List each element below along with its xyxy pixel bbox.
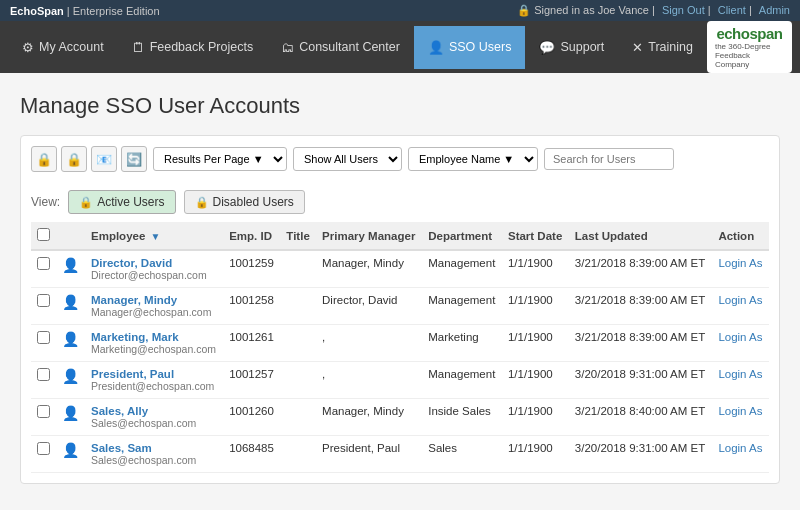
col-employee[interactable]: Employee ▼ (85, 222, 223, 250)
row-empid-2: 1001261 (223, 325, 280, 362)
user-avatar-icon-1: 👤 (62, 294, 79, 310)
row-department-4: Inside Sales (422, 399, 502, 436)
row-icon-4: 👤 (56, 399, 85, 436)
row-employee-2: Marketing, Mark Marketing@echospan.com (85, 325, 223, 362)
row-action-5[interactable]: Login As (712, 436, 769, 473)
table-row: 👤 Sales, Ally Sales@echospan.com 1001260… (31, 399, 769, 436)
row-empid-3: 1001257 (223, 362, 280, 399)
row-icon-1: 👤 (56, 288, 85, 325)
refresh-icon[interactable]: 🔄 (121, 146, 147, 172)
nav-training[interactable]: ✕ Training (618, 26, 707, 69)
employee-name-5: Sales, Sam (91, 442, 217, 454)
row-employee-3: President, Paul President@echospan.com (85, 362, 223, 399)
row-icon-3: 👤 (56, 362, 85, 399)
row-action-0[interactable]: Login As (712, 250, 769, 288)
row-action-3[interactable]: Login As (712, 362, 769, 399)
brand-area: EchoSpan | Enterprise Edition (10, 5, 160, 17)
top-header: EchoSpan | Enterprise Edition 🔒 Signed i… (0, 0, 800, 21)
login-as-link-1[interactable]: Login As (718, 294, 762, 306)
nav-sso-users[interactable]: 👤 SSO Users (414, 26, 526, 69)
employee-name-select[interactable]: Employee Name ▼ (408, 147, 538, 171)
row-lastupdated-5: 3/20/2018 9:31:00 AM ET (569, 436, 713, 473)
login-as-link-5[interactable]: Login As (718, 442, 762, 454)
row-title-0 (280, 250, 316, 288)
row-icon-5: 👤 (56, 436, 85, 473)
employee-name-2: Marketing, Mark (91, 331, 217, 343)
logo-sub: the 360-Degree Feedback Company (715, 42, 784, 69)
row-employee-4: Sales, Ally Sales@echospan.com (85, 399, 223, 436)
row-action-4[interactable]: Login As (712, 399, 769, 436)
disabled-lock-icon: 🔒 (195, 196, 209, 209)
nav-feedback-projects[interactable]: 🗒 Feedback Projects (118, 26, 268, 69)
login-as-link-0[interactable]: Login As (718, 257, 762, 269)
client-link[interactable]: Client (718, 4, 746, 16)
search-input[interactable] (544, 148, 674, 170)
results-per-page-select[interactable]: Results Per Page ▼ (153, 147, 287, 171)
nav-my-account[interactable]: ⚙ My Account (8, 26, 118, 69)
feedback-projects-icon: 🗒 (132, 40, 145, 55)
employee-name-4: Sales, Ally (91, 405, 217, 417)
row-select-3[interactable] (37, 368, 50, 381)
page-title: Manage SSO User Accounts (20, 93, 780, 119)
my-account-icon: ⚙ (22, 40, 34, 55)
row-select-1[interactable] (37, 294, 50, 307)
row-action-2[interactable]: Login As (712, 325, 769, 362)
view-label: View: (31, 195, 60, 209)
nav-support-label: Support (560, 40, 604, 54)
main-panel: 🔒 🔒 📧 🔄 Results Per Page ▼ Show All User… (20, 135, 780, 484)
table-row: 👤 Director, David Director@echospan.com … (31, 250, 769, 288)
row-checkbox-0[interactable] (31, 250, 56, 288)
table-row: 👤 Marketing, Mark Marketing@echospan.com… (31, 325, 769, 362)
row-checkbox-2[interactable] (31, 325, 56, 362)
row-department-5: Sales (422, 436, 502, 473)
row-checkbox-4[interactable] (31, 399, 56, 436)
row-empid-4: 1001260 (223, 399, 280, 436)
row-empid-1: 1001258 (223, 288, 280, 325)
row-action-1[interactable]: Login As (712, 288, 769, 325)
row-select-5[interactable] (37, 442, 50, 455)
nav-training-label: Training (648, 40, 693, 54)
employee-name-1: Manager, Mindy (91, 294, 217, 306)
employee-email-4: Sales@echospan.com (91, 417, 217, 429)
nav-consultant-center[interactable]: 🗂 Consultant Center (267, 26, 414, 69)
view-row: View: 🔒 Active Users 🔒 Disabled Users (31, 190, 769, 214)
row-empid-0: 1001259 (223, 250, 280, 288)
row-department-2: Marketing (422, 325, 502, 362)
active-users-tab[interactable]: 🔒 Active Users (68, 190, 175, 214)
lock-icon-2[interactable]: 🔒 (61, 146, 87, 172)
row-title-5 (280, 436, 316, 473)
row-icon-0: 👤 (56, 250, 85, 288)
employee-email-3: President@echospan.com (91, 380, 217, 392)
row-employee-1: Manager, Mindy Manager@echospan.com (85, 288, 223, 325)
row-checkbox-3[interactable] (31, 362, 56, 399)
row-checkbox-1[interactable] (31, 288, 56, 325)
email-icon[interactable]: 📧 (91, 146, 117, 172)
row-select-2[interactable] (37, 331, 50, 344)
col-primary-manager: Primary Manager (316, 222, 422, 250)
row-select-0[interactable] (37, 257, 50, 270)
lock-icon-1[interactable]: 🔒 (31, 146, 57, 172)
row-lastupdated-2: 3/21/2018 8:39:00 AM ET (569, 325, 713, 362)
row-empid-5: 1068485 (223, 436, 280, 473)
row-select-4[interactable] (37, 405, 50, 418)
row-startdate-4: 1/1/1900 (502, 399, 569, 436)
col-emp-id: Emp. ID (223, 222, 280, 250)
disabled-users-tab[interactable]: 🔒 Disabled Users (184, 190, 305, 214)
admin-link[interactable]: Admin (759, 4, 790, 16)
row-manager-4: Manager, Mindy (316, 399, 422, 436)
row-manager-2: , (316, 325, 422, 362)
nav-support[interactable]: 💬 Support (525, 26, 618, 69)
login-as-link-4[interactable]: Login As (718, 405, 762, 417)
nav-feedback-projects-label: Feedback Projects (150, 40, 254, 54)
login-as-link-2[interactable]: Login As (718, 331, 762, 343)
login-as-link-3[interactable]: Login As (718, 368, 762, 380)
row-manager-0: Manager, Mindy (316, 250, 422, 288)
row-checkbox-5[interactable] (31, 436, 56, 473)
signed-in-label: Signed in as Joe Vance (534, 4, 649, 16)
show-all-users-select[interactable]: Show All Users (293, 147, 402, 171)
sign-out-link[interactable]: Sign Out (662, 4, 705, 16)
row-lastupdated-1: 3/21/2018 8:39:00 AM ET (569, 288, 713, 325)
select-all-checkbox[interactable] (37, 228, 50, 241)
disabled-users-label: Disabled Users (213, 195, 294, 209)
col-last-updated: Last Updated (569, 222, 713, 250)
